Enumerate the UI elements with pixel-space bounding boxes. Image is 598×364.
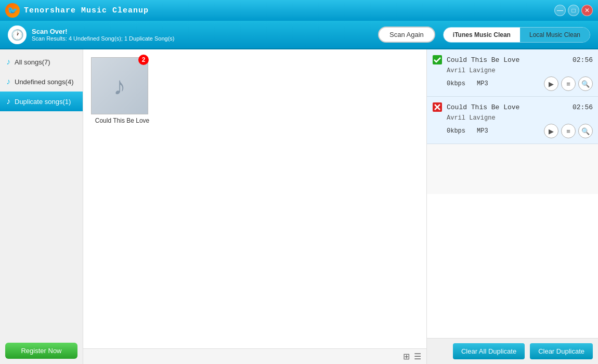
sidebar-item-all-songs[interactable]: ♪ All songs(7) bbox=[0, 52, 83, 72]
mode-tabs: iTunes Music Clean Local Music Clean bbox=[443, 27, 590, 43]
song-card[interactable]: ♪ 2 Could This Be Love bbox=[91, 57, 153, 124]
minimize-button[interactable]: — bbox=[554, 5, 566, 16]
duplicate-row2: Could This Be Love 02:56 bbox=[432, 102, 593, 112]
songs-grid: ♪ 2 Could This Be Love bbox=[83, 49, 426, 348]
song-artist-1: Avril Lavigne bbox=[447, 67, 593, 74]
sidebar: ♪ All songs(7) ♪ Undefined songs(4) ♪ Du… bbox=[0, 49, 83, 364]
content-bottom-bar: ⊞ ☰ bbox=[83, 348, 426, 364]
register-button[interactable]: Register Now bbox=[5, 343, 77, 359]
song-bitrate-1: 0kbps bbox=[447, 80, 473, 87]
cross-icon bbox=[432, 102, 443, 112]
content-area: ♪ 2 Could This Be Love ⊞ ☰ bbox=[83, 49, 426, 364]
toolbar: 🕐 Scan Over! Scan Results: 4 Undefined S… bbox=[0, 21, 598, 49]
sidebar-item-undefined-songs[interactable]: ♪ Undefined songs(4) bbox=[0, 72, 83, 92]
search-button-1[interactable]: 🔍 bbox=[578, 76, 593, 91]
song-meta-row-2: 0kbps MP3 ▶ ≡ 🔍 bbox=[447, 124, 593, 138]
right-panel-empty bbox=[427, 194, 598, 339]
grid-view-icon[interactable]: ⊞ bbox=[403, 352, 410, 361]
app-logo: 🐦 bbox=[5, 3, 20, 18]
scan-results-label: Scan Results: 4 Undefined Song(s); 1 Dup… bbox=[32, 35, 175, 42]
duplicate-songs-label: Duplicate songs(1) bbox=[15, 98, 71, 106]
window-controls: — □ ✕ bbox=[554, 5, 593, 16]
clear-duplicate-button[interactable]: Clear Duplicate bbox=[530, 343, 593, 359]
action-icons-2: ▶ ≡ 🔍 bbox=[544, 124, 593, 138]
duplicate-badge: 2 bbox=[138, 55, 149, 65]
close-button[interactable]: ✕ bbox=[581, 5, 593, 16]
scan-over-label: Scan Over! bbox=[32, 28, 175, 35]
music-note-icon: ♪ bbox=[6, 77, 10, 86]
song-name-2: Could This Be Love bbox=[447, 103, 568, 111]
duplicate-list: Could This Be Love 02:56 Avril Lavigne 0… bbox=[427, 49, 598, 194]
song-format-1: MP3 bbox=[477, 80, 498, 87]
sidebar-items: ♪ All songs(7) ♪ Undefined songs(4) ♪ Du… bbox=[0, 49, 83, 111]
song-meta-row-1: 0kbps MP3 ▶ ≡ 🔍 bbox=[447, 76, 593, 91]
list-view-icon[interactable]: ☰ bbox=[414, 352, 421, 361]
duplicate-item-1: Could This Be Love 02:56 Avril Lavigne 0… bbox=[427, 49, 598, 97]
song-thumbnail: ♪ 2 bbox=[91, 57, 148, 114]
title-bar-left: 🐦 Tenorshare Music Cleanup bbox=[5, 3, 149, 18]
scan-text: Scan Over! Scan Results: 4 Undefined Son… bbox=[32, 28, 175, 42]
right-panel-footer: Clear All Duplicate Clear Duplicate bbox=[427, 338, 598, 364]
check-icon bbox=[432, 55, 443, 65]
music-note-icon: ♪ bbox=[6, 57, 10, 67]
restore-button[interactable]: □ bbox=[568, 5, 579, 16]
all-songs-label: All songs(7) bbox=[15, 58, 50, 66]
play-button-2[interactable]: ▶ bbox=[544, 124, 558, 138]
sidebar-item-duplicate-songs[interactable]: ♪ Duplicate songs(1) bbox=[0, 92, 83, 111]
search-button-2[interactable]: 🔍 bbox=[578, 124, 593, 138]
action-icons-1: ▶ ≡ 🔍 bbox=[544, 76, 593, 91]
svg-rect-0 bbox=[433, 55, 442, 64]
song-duration-1: 02:56 bbox=[573, 56, 593, 64]
duplicate-item-2: Could This Be Love 02:56 Avril Lavigne 0… bbox=[427, 97, 598, 144]
list-button-1[interactable]: ≡ bbox=[561, 76, 576, 91]
song-artist-2: Avril Lavigne bbox=[447, 114, 593, 122]
main-layout: ♪ All songs(7) ♪ Undefined songs(4) ♪ Du… bbox=[0, 49, 598, 364]
song-title: Could This Be Love bbox=[91, 117, 153, 124]
right-panel: Could This Be Love 02:56 Avril Lavigne 0… bbox=[426, 49, 598, 364]
music-note-icon: ♪ bbox=[6, 97, 10, 106]
song-duration-2: 02:56 bbox=[573, 103, 593, 111]
song-bitrate-2: 0kbps bbox=[447, 127, 473, 135]
scan-info: 🕐 Scan Over! Scan Results: 4 Undefined S… bbox=[8, 25, 370, 44]
itunes-tab[interactable]: iTunes Music Clean bbox=[444, 28, 520, 42]
music-thumbnail-icon: ♪ bbox=[113, 72, 126, 100]
title-bar: 🐦 Tenorshare Music Cleanup — □ ✕ bbox=[0, 0, 598, 21]
local-tab[interactable]: Local Music Clean bbox=[520, 28, 590, 42]
song-name-1: Could This Be Love bbox=[447, 56, 568, 64]
scan-icon: 🕐 bbox=[8, 25, 27, 44]
play-button-1[interactable]: ▶ bbox=[544, 76, 558, 91]
song-format-2: MP3 bbox=[477, 127, 498, 135]
duplicate-row1: Could This Be Love 02:56 bbox=[432, 55, 593, 65]
clear-all-duplicate-button[interactable]: Clear All Duplicate bbox=[453, 343, 525, 359]
scan-again-button[interactable]: Scan Again bbox=[378, 27, 435, 43]
undefined-songs-label: Undefined songs(4) bbox=[15, 78, 73, 86]
app-title: Tenorshare Music Cleanup bbox=[24, 6, 149, 15]
list-button-2[interactable]: ≡ bbox=[561, 124, 576, 138]
